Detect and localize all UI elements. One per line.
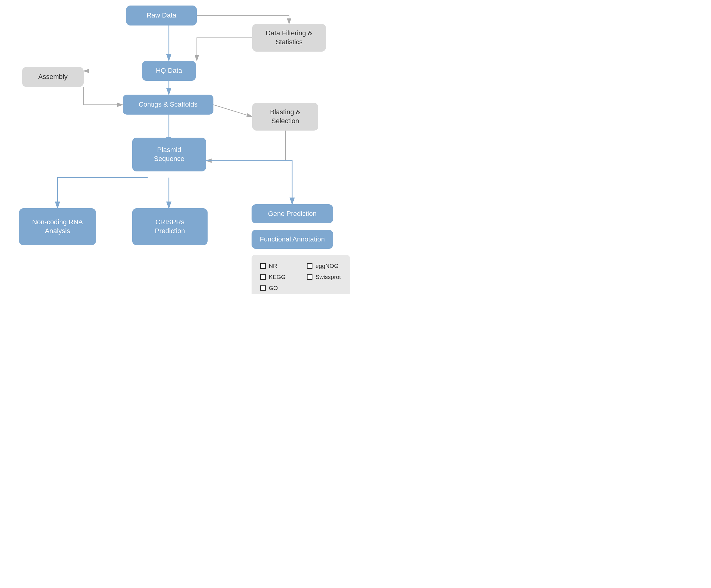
raw-data-node: Raw Data <box>126 5 197 25</box>
legend-item-nr: NR <box>260 261 295 272</box>
hq-data-node: HQ Data <box>142 61 196 81</box>
contigs-node: Contigs & Scaffolds <box>123 95 213 115</box>
data-filtering-node: Data Filtering &Statistics <box>252 24 326 52</box>
crisprs-node: CRISPRsPrediction <box>132 208 208 245</box>
gene-prediction-node: Gene Prediction <box>252 204 333 223</box>
plasmid-node: PlasmidSequence <box>132 138 206 172</box>
legend-item-go: GO <box>260 282 295 294</box>
legend-box: NR KEGG GO eggNOG Swissprot <box>252 255 350 294</box>
noncoding-rna-node: Non-coding RNAAnalysis <box>19 208 96 245</box>
legend-grid: NR KEGG GO eggNOG Swissprot <box>260 261 341 294</box>
diagram-container: Raw Data Data Filtering &Statistics HQ D… <box>0 0 356 294</box>
checkbox-swissprot <box>307 274 313 280</box>
checkbox-kegg <box>260 274 266 280</box>
checkbox-go <box>260 286 266 291</box>
blasting-node: Blasting &Selection <box>252 103 318 131</box>
legend-item-swissprot: Swissprot <box>307 272 341 282</box>
assembly-node: Assembly <box>22 67 84 87</box>
legend-item-kegg: KEGG <box>260 272 295 282</box>
functional-annotation-node: Functional Annotation <box>252 230 333 249</box>
checkbox-eggnog <box>307 263 313 269</box>
legend-col1: NR KEGG GO <box>260 261 295 294</box>
legend-col2: eggNOG Swissprot <box>307 261 341 294</box>
svg-line-5 <box>213 105 252 117</box>
legend-item-eggnog: eggNOG <box>307 261 341 272</box>
checkbox-nr <box>260 263 266 269</box>
